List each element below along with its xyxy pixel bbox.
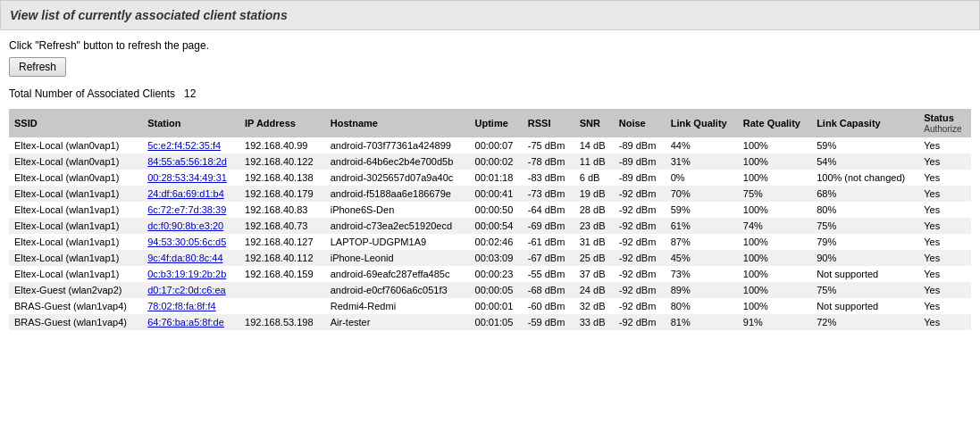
cell-rssi: -55 dBm	[523, 266, 574, 282]
col-ip: IP Address	[239, 109, 325, 137]
cell-station[interactable]: 5c:e2:f4:52:35:f4	[142, 137, 239, 153]
cell-snr: 31 dB	[574, 234, 614, 250]
cell-hostname: LAPTOP-UDGPM1A9	[325, 234, 470, 250]
cell-station[interactable]: 00:28:53:34:49:31	[142, 170, 239, 186]
cell-rate-quality: 75%	[738, 186, 811, 202]
cell-station[interactable]: d0:17:c2:0d:c6:ea	[142, 282, 239, 298]
client-count-value: 12	[184, 87, 196, 100]
cell-link-capacity: 72%	[811, 314, 918, 330]
cell-link-capacity: Not supported	[811, 298, 918, 314]
cell-hostname: iPhone-Leonid	[325, 250, 470, 266]
cell-rssi: -60 dBm	[523, 298, 574, 314]
cell-station[interactable]: 84:55:a5:56:18:2d	[142, 153, 239, 170]
cell-rate-quality: 100%	[738, 170, 811, 186]
cell-link-quality: 45%	[666, 250, 738, 266]
col-uptime: Uptime	[470, 109, 523, 137]
cell-link-capacity: Not supported	[811, 266, 918, 282]
table-row: Eltex-Local (wlan1vap1)6c:72:e7:7d:38:39…	[9, 202, 971, 218]
cell-status: Yes	[918, 202, 971, 218]
table-row: BRAS-Guest (wlan1vap4)64:76:ba:a5:8f:de1…	[9, 314, 971, 330]
cell-rssi: -73 dBm	[523, 186, 574, 202]
table-row: Eltex-Local (wlan1vap1)9c:4f:da:80:8c:44…	[9, 250, 971, 266]
cell-link-capacity: 75%	[811, 282, 918, 298]
cell-status: Yes	[918, 282, 971, 298]
stations-table: SSID Station IP Address Hostname Uptime …	[9, 109, 971, 330]
cell-link-capacity: 54%	[811, 153, 918, 170]
col-link-capacity: Link Capasity	[811, 109, 918, 137]
cell-station[interactable]: 64:76:ba:a5:8f:de	[142, 314, 239, 330]
cell-ssid: Eltex-Local (wlan0vap1)	[9, 137, 142, 153]
cell-noise: -92 dBm	[614, 282, 666, 298]
cell-link-quality: 70%	[666, 186, 738, 202]
cell-ip	[239, 298, 325, 314]
cell-station[interactable]: dc:f0:90:8b:e3:20	[142, 218, 239, 234]
cell-snr: 23 dB	[574, 218, 614, 234]
page-title: View list of currently associated client…	[10, 8, 288, 22]
cell-ssid: Eltex-Local (wlan1vap1)	[9, 250, 142, 266]
cell-noise: -89 dBm	[614, 153, 666, 170]
cell-snr: 11 dB	[574, 153, 614, 170]
cell-station[interactable]: 24:df:6a:69:d1:b4	[142, 186, 239, 202]
cell-rssi: -75 dBm	[523, 137, 574, 153]
cell-noise: -92 dBm	[614, 234, 666, 250]
col-link-quality: Link Quality	[666, 109, 738, 137]
cell-status: Yes	[918, 298, 971, 314]
cell-noise: -92 dBm	[614, 186, 666, 202]
cell-link-quality: 0%	[666, 170, 738, 186]
cell-uptime: 00:01:18	[470, 170, 523, 186]
cell-link-capacity: 59%	[811, 137, 918, 153]
cell-station[interactable]: 9c:4f:da:80:8c:44	[142, 250, 239, 266]
cell-link-quality: 31%	[666, 153, 738, 170]
cell-hostname: iPhone6S-Den	[325, 202, 470, 218]
cell-station[interactable]: 78:02:f8:fa:8f:f4	[142, 298, 239, 314]
cell-rate-quality: 91%	[738, 314, 811, 330]
table-row: Eltex-Local (wlan0vap1)00:28:53:34:49:31…	[9, 170, 971, 186]
cell-link-capacity: 68%	[811, 186, 918, 202]
col-rssi: RSSI	[523, 109, 574, 137]
cell-uptime: 00:00:02	[470, 153, 523, 170]
cell-status: Yes	[918, 153, 971, 170]
cell-noise: -89 dBm	[614, 170, 666, 186]
cell-ip	[239, 282, 325, 298]
cell-ip: 192.168.40.99	[239, 137, 325, 153]
cell-uptime: 00:02:46	[470, 234, 523, 250]
cell-station[interactable]: 94:53:30:05:6c:d5	[142, 234, 239, 250]
table-row: Eltex-Local (wlan1vap1)dc:f0:90:8b:e3:20…	[9, 218, 971, 234]
cell-status: Yes	[918, 186, 971, 202]
refresh-description: Click "Refresh" button to refresh the pa…	[9, 39, 971, 52]
col-hostname: Hostname	[325, 109, 470, 137]
cell-ip: 192.168.40.122	[239, 153, 325, 170]
cell-ip: 192.168.40.112	[239, 250, 325, 266]
cell-noise: -92 dBm	[614, 314, 666, 330]
cell-snr: 25 dB	[574, 250, 614, 266]
cell-link-capacity: 90%	[811, 250, 918, 266]
refresh-button[interactable]: Refresh	[9, 57, 66, 77]
cell-noise: -92 dBm	[614, 266, 666, 282]
cell-link-quality: 87%	[666, 234, 738, 250]
table-row: Eltex-Local (wlan0vap1)5c:e2:f4:52:35:f4…	[9, 137, 971, 153]
cell-ssid: Eltex-Local (wlan0vap1)	[9, 153, 142, 170]
table-row: Eltex-Guest (wlan2vap2)d0:17:c2:0d:c6:ea…	[9, 282, 971, 298]
cell-rate-quality: 74%	[738, 218, 811, 234]
cell-station[interactable]: 6c:72:e7:7d:38:39	[142, 202, 239, 218]
cell-rssi: -69 dBm	[523, 218, 574, 234]
cell-hostname: android-69eafc287effa485c	[325, 266, 470, 282]
cell-station[interactable]: 0c:b3:19:19:2b:2b	[142, 266, 239, 282]
col-snr: SNR	[574, 109, 614, 137]
cell-link-capacity: 100% (not changed)	[811, 170, 918, 186]
cell-hostname: Redmi4-Redmi	[325, 298, 470, 314]
cell-link-quality: 44%	[666, 137, 738, 153]
cell-snr: 32 dB	[574, 298, 614, 314]
cell-status: Yes	[918, 234, 971, 250]
cell-noise: -92 dBm	[614, 202, 666, 218]
cell-ssid: Eltex-Guest (wlan2vap2)	[9, 282, 142, 298]
client-count-label: Total Number of Associated Clients	[9, 87, 175, 100]
cell-noise: -92 dBm	[614, 298, 666, 314]
cell-ssid: Eltex-Local (wlan0vap1)	[9, 170, 142, 186]
cell-hostname: android-e0cf7606a6c051f3	[325, 282, 470, 298]
cell-noise: -89 dBm	[614, 137, 666, 153]
table-row: Eltex-Local (wlan1vap1)0c:b3:19:19:2b:2b…	[9, 266, 971, 282]
cell-uptime: 00:00:07	[470, 137, 523, 153]
cell-snr: 28 dB	[574, 202, 614, 218]
cell-ssid: Eltex-Local (wlan1vap1)	[9, 186, 142, 202]
